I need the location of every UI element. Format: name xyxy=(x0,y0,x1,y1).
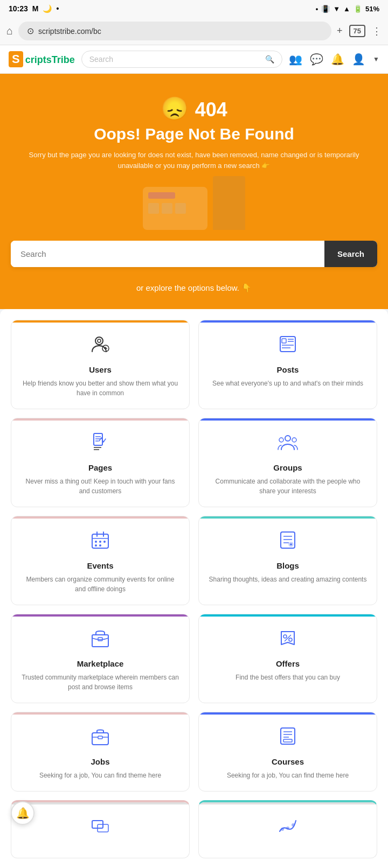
posts-desc: See what everyone's up to and what's on … xyxy=(212,379,363,388)
events-icon xyxy=(89,529,111,556)
wifi-icon: ▼ xyxy=(333,5,340,13)
card-jobs[interactable]: Jobs Seeking for a job, You can find the… xyxy=(11,712,190,792)
events-desc: Members can organize community events fo… xyxy=(20,575,181,594)
hero-subtitle: Sorry but the page you are looking for d… xyxy=(11,150,377,171)
users-icon xyxy=(89,333,111,360)
card-events[interactable]: Events Members can organize community ev… xyxy=(11,516,190,605)
card-partial-2[interactable] xyxy=(198,800,377,858)
svg-point-17 xyxy=(285,436,290,441)
card-users[interactable]: Users Help friends know you better and s… xyxy=(11,320,190,409)
site-logo[interactable]: S criptsTribe xyxy=(9,51,75,67)
posts-icon xyxy=(277,333,299,360)
status-bar: 10:23 M 🌙 • • 📳 ▼ ▲ 🔋 51% xyxy=(0,0,388,17)
search-bar-container: Search xyxy=(0,241,388,283)
marketplace-title: Marketplace xyxy=(77,659,124,668)
browser-home-icon[interactable]: ⌂ xyxy=(6,25,13,37)
add-tab-icon[interactable]: + xyxy=(337,25,343,37)
vibrate-icon: 📳 xyxy=(321,5,330,13)
courses-title: Courses xyxy=(272,757,304,766)
offers-desc: Find the best offers that you can buy xyxy=(235,673,340,682)
svg-rect-11 xyxy=(94,433,102,445)
svg-point-36 xyxy=(283,635,287,638)
svg-point-18 xyxy=(279,438,283,442)
card-groups[interactable]: Groups Communicate and collaborate with … xyxy=(198,418,377,507)
search-input[interactable] xyxy=(11,241,324,267)
signal-icon: ▲ xyxy=(343,5,350,13)
posts-title: Posts xyxy=(277,365,299,374)
svg-point-19 xyxy=(292,438,296,442)
svg-point-27 xyxy=(95,544,97,547)
svg-point-24 xyxy=(95,541,97,543)
error-code: 404 xyxy=(195,99,227,121)
card-marketplace[interactable]: Marketplace Trusted community marketplac… xyxy=(11,614,190,703)
courses-desc: Seeking for a job, You can find theme he… xyxy=(227,771,349,780)
dot-icon: • xyxy=(56,4,59,13)
groups-icon xyxy=(277,431,299,458)
card-posts[interactable]: Posts See what everyone's up to and what… xyxy=(198,320,377,409)
url-text: scriptstribe.com/bc xyxy=(38,27,101,36)
site-search-bar[interactable]: Search 🔍 xyxy=(81,51,282,68)
logo-text: criptsTribe xyxy=(25,53,75,66)
tab-count[interactable]: 75 xyxy=(349,25,365,37)
blogs-desc: Sharing thoughts, ideas and creating ama… xyxy=(209,575,367,584)
svg-point-50 xyxy=(281,828,284,831)
card-partial-1[interactable] xyxy=(11,800,190,858)
gmail-icon: M xyxy=(32,4,39,13)
friends-icon[interactable]: 👥 xyxy=(289,53,302,66)
card-courses[interactable]: Courses Seeking for a job, You can find … xyxy=(198,712,377,792)
browser-bar: ⌂ ⊙ scriptstribe.com/bc + 75 ⋮ xyxy=(0,17,388,45)
svg-point-26 xyxy=(103,541,106,543)
cards-section: Users Help friends know you better and s… xyxy=(0,309,388,868)
svg-point-0 xyxy=(95,337,103,345)
users-title: Users xyxy=(89,365,112,374)
card-pages[interactable]: Pages Never miss a thing out! Keep in to… xyxy=(11,418,190,507)
site-header-icons: 👥 💬 🔔 👤 ▼ xyxy=(289,53,379,66)
status-right: • 📳 ▼ ▲ 🔋 51% xyxy=(316,5,379,13)
jobs-icon xyxy=(89,725,111,752)
bell-icon[interactable]: 🔔 xyxy=(331,53,344,66)
status-left: 10:23 M 🌙 • xyxy=(9,4,59,13)
url-icon: ⊙ xyxy=(27,26,34,36)
search-button[interactable]: Search xyxy=(324,241,377,267)
svg-rect-47 xyxy=(283,739,292,742)
partial-1-icon xyxy=(89,815,111,842)
browser-actions: + 75 ⋮ xyxy=(337,25,382,37)
jobs-title: Jobs xyxy=(91,757,109,766)
blogs-icon xyxy=(277,529,299,556)
battery-percent: 51% xyxy=(365,5,379,13)
marketplace-desc: Trusted community marketplace wherein me… xyxy=(20,673,181,692)
time: 10:23 xyxy=(9,4,28,13)
marketplace-icon xyxy=(89,627,111,654)
card-offers[interactable]: Offers Find the best offers that you can… xyxy=(198,614,377,703)
svg-point-37 xyxy=(289,638,292,641)
jobs-desc: Seeking for a job, You can find theme he… xyxy=(39,771,161,780)
explore-text: or explore the options below. 👇 xyxy=(0,283,388,309)
chat-icon[interactable]: 💬 xyxy=(310,53,323,66)
pages-title: Pages xyxy=(88,463,112,472)
svg-rect-40 xyxy=(98,736,102,739)
svg-point-28 xyxy=(99,544,101,547)
moon-icon: 🌙 xyxy=(43,4,52,13)
notification-floating-button[interactable]: 🔔 xyxy=(11,801,34,825)
svg-point-25 xyxy=(99,541,101,543)
groups-title: Groups xyxy=(273,463,302,472)
signal-dot: • xyxy=(316,5,318,13)
avatar-icon[interactable]: 👤 xyxy=(352,53,365,66)
blogs-title: Blogs xyxy=(276,561,299,570)
card-blogs[interactable]: Blogs Sharing thoughts, ideas and creati… xyxy=(198,516,377,605)
search-icon: 🔍 xyxy=(265,55,274,64)
svg-point-52 xyxy=(292,823,295,827)
hero-illustration xyxy=(11,181,377,230)
groups-desc: Communicate and collaborate with the peo… xyxy=(207,477,368,496)
cards-grid: Users Help friends know you better and s… xyxy=(11,320,377,858)
search-bar: Search xyxy=(11,241,377,267)
more-icon[interactable]: ⋮ xyxy=(372,25,382,37)
offers-title: Offers xyxy=(276,659,300,668)
pages-icon xyxy=(89,431,111,458)
hero-section: 😞 404 Oops! Page Not Be Found Sorry but … xyxy=(0,74,388,241)
courses-icon xyxy=(277,725,299,752)
svg-point-51 xyxy=(286,827,289,830)
logo-s-box: S xyxy=(9,51,23,67)
dropdown-icon[interactable]: ▼ xyxy=(373,55,379,63)
browser-url-bar[interactable]: ⊙ scriptstribe.com/bc xyxy=(18,22,331,40)
